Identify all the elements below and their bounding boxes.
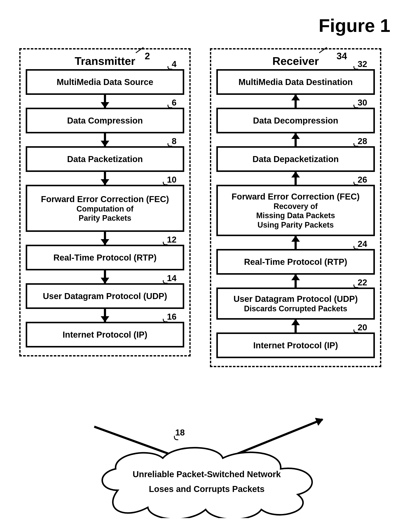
block-wrap: 32 MultiMedia Data Destination — [216, 69, 375, 95]
network-ref: 18 — [175, 428, 185, 437]
network-line1: Unreliable Packet-Switched Network — [133, 469, 281, 479]
block-line: Internet Protocol (IP) — [253, 340, 338, 351]
block-line: User Datagram Protocol (UDP) — [43, 291, 167, 301]
arrow-up-icon — [216, 172, 375, 185]
block-line: MultiMedia Data Destination — [238, 77, 353, 87]
block-line: Real-Time Protocol (RTP) — [244, 257, 347, 267]
block-line: Computation of — [77, 204, 134, 213]
block-ref: 28 — [358, 136, 367, 146]
block-line: Using Parity Packets — [258, 220, 334, 229]
arrow-down-icon — [26, 172, 184, 185]
block-wrap: 28 Data Depacketization — [216, 146, 375, 172]
block-data-decompression: Data Decompression — [216, 108, 375, 133]
arrow-up-icon — [216, 275, 375, 287]
block-data-depacketization: Data Depacketization — [216, 146, 375, 172]
block-data-compression: Data Compression — [26, 108, 184, 133]
block-line: Data Depacketization — [252, 154, 339, 164]
block-wrap: 26 Forward Error Correction (FEC) Recove… — [216, 185, 375, 236]
block-wrap: 30 Data Decompression — [216, 108, 375, 133]
block-line: Forward Error Correction (FEC) — [41, 194, 169, 204]
block-udp-rx: User Datagram Protocol (UDP) Discards Co… — [216, 287, 375, 320]
block-wrap: 12 Real-Time Protocol (RTP) — [26, 245, 184, 270]
block-udp: User Datagram Protocol (UDP) — [26, 283, 184, 309]
block-line: Internet Protocol (IP) — [63, 330, 147, 340]
block-fec-recover: Forward Error Correction (FEC) Recovery … — [216, 185, 375, 236]
block-ip: Internet Protocol (IP) — [26, 322, 184, 347]
arrow-down-icon — [26, 309, 184, 322]
block-line: Data Compression — [67, 115, 143, 126]
arrow-up-icon — [216, 95, 375, 108]
block-ref: 8 — [172, 136, 176, 146]
block-ref: 32 — [358, 59, 367, 69]
block-wrap: 6 Data Compression — [26, 108, 184, 133]
block-line: Data Packetization — [67, 154, 143, 164]
block-ref: 26 — [358, 175, 367, 185]
receiver-title: Receiver 34 — [216, 55, 375, 67]
block-ref: 10 — [167, 175, 177, 185]
block-ref: 4 — [172, 59, 176, 69]
receiver-ref: 34 — [337, 51, 347, 61]
block-ref: 24 — [358, 239, 367, 249]
block-rtp: Real-Time Protocol (RTP) — [26, 245, 184, 270]
transmitter-title: Transmitter 2 — [26, 55, 184, 67]
transmitter-group: Transmitter 2 4 MultiMedia Data Source 6… — [19, 48, 191, 356]
block-wrap: 20 Internet Protocol (IP) — [216, 332, 375, 358]
block-line: Parity Packets — [79, 213, 131, 223]
network-cloud: Unreliable Packet-Switched Network Loses… — [86, 445, 328, 518]
block-ref: 22 — [358, 278, 367, 287]
block-line: Discards Corrupted Packets — [244, 304, 347, 313]
arrow-up-icon — [216, 133, 375, 146]
arrow-up-icon — [216, 236, 375, 249]
transmitter-ref: 2 — [145, 51, 150, 61]
block-rtp-rx: Real-Time Protocol (RTP) — [216, 249, 375, 275]
block-fec-compute: Forward Error Correction (FEC) Computati… — [26, 185, 184, 232]
arrow-down-icon — [26, 270, 184, 283]
block-line: Missing Data Packets — [256, 211, 335, 220]
block-ref: 12 — [167, 235, 177, 245]
block-data-packetization: Data Packetization — [26, 146, 184, 172]
block-wrap: 16 Internet Protocol (IP) — [26, 322, 184, 347]
figure-title: Figure 1 — [319, 15, 390, 36]
block-line: Forward Error Correction (FEC) — [232, 191, 360, 202]
block-line: Real-Time Protocol (RTP) — [53, 252, 157, 263]
receiver-group: Receiver 34 32 MultiMedia Data Destinati… — [210, 48, 381, 367]
block-wrap: 22 User Datagram Protocol (UDP) Discards… — [216, 287, 375, 320]
block-ref: 20 — [358, 323, 367, 332]
block-line: MultiMedia Data Source — [57, 77, 153, 87]
block-wrap: 14 User Datagram Protocol (UDP) — [26, 283, 184, 309]
block-multimedia-destination: MultiMedia Data Destination — [216, 69, 375, 95]
block-ref: 14 — [167, 273, 177, 283]
block-wrap: 4 MultiMedia Data Source — [26, 69, 184, 95]
block-multimedia-source: MultiMedia Data Source — [26, 69, 184, 95]
arrow-down-icon — [26, 133, 184, 146]
block-wrap: 8 Data Packetization — [26, 146, 184, 172]
network-line2: Loses and Corrupts Packets — [149, 484, 265, 494]
arrow-down-icon — [26, 232, 184, 245]
block-wrap: 24 Real-Time Protocol (RTP) — [216, 249, 375, 275]
arrow-up-icon — [216, 320, 375, 332]
block-ip-rx: Internet Protocol (IP) — [216, 332, 375, 358]
block-ref: 6 — [172, 98, 176, 107]
block-line: Data Decompression — [253, 115, 338, 126]
block-line: Recovery of — [273, 202, 318, 211]
block-ref: 30 — [358, 98, 367, 107]
block-ref: 16 — [167, 312, 177, 322]
block-line: User Datagram Protocol (UDP) — [233, 294, 358, 304]
block-wrap: 10 Forward Error Correction (FEC) Comput… — [26, 185, 184, 232]
arrow-down-icon — [26, 95, 184, 108]
